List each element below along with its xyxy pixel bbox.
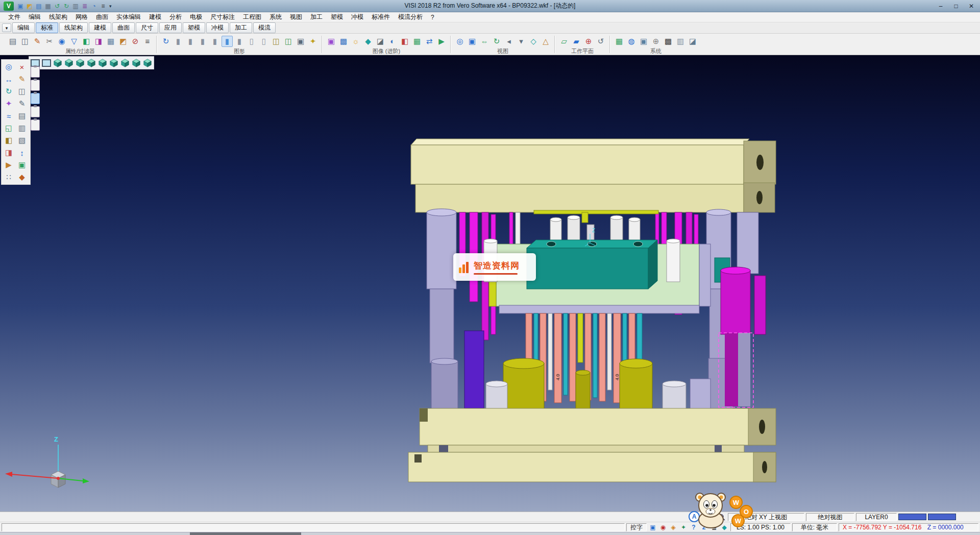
- minimize-button[interactable]: –: [933, 1, 948, 11]
- filter-settings-icon[interactable]: ≡: [142, 36, 153, 47]
- qa-info-icon[interactable]: ◔: [90, 2, 98, 10]
- rail-rotate-icon[interactable]: ↻: [3, 86, 14, 97]
- menu-analysis[interactable]: 分析: [165, 13, 186, 21]
- preview-icon[interactable]: ◫: [19, 36, 31, 47]
- texture-icon[interactable]: ▩: [338, 36, 349, 47]
- rail-erase-icon[interactable]: ×: [16, 61, 28, 72]
- rail-zoom-icon[interactable]: ◎: [3, 61, 14, 72]
- rail-pencil-icon[interactable]: ✎: [16, 74, 28, 85]
- iso-view-icon[interactable]: ◇: [528, 36, 539, 47]
- tab-machining[interactable]: 加工: [230, 22, 252, 33]
- message-field[interactable]: [2, 523, 625, 531]
- tab-dimension[interactable]: 尺寸: [136, 22, 158, 33]
- rail-move-icon[interactable]: ↔: [3, 74, 14, 85]
- world-icon[interactable]: ◍: [626, 36, 637, 47]
- color-filter-icon[interactable]: ◧: [81, 36, 92, 47]
- workplane-reset-icon[interactable]: ↺: [595, 36, 606, 47]
- menu-surface[interactable]: 曲面: [92, 13, 112, 21]
- view-top-icon[interactable]: [64, 58, 74, 68]
- menu-stamping[interactable]: 冲模: [347, 13, 368, 21]
- qa-redo-icon[interactable]: ↻: [62, 2, 70, 10]
- view-right-icon[interactable]: [86, 58, 96, 68]
- rail-hatch-icon[interactable]: ▧: [16, 135, 28, 146]
- view-back-icon[interactable]: [109, 58, 119, 68]
- shade-mode-2-icon[interactable]: ▮: [185, 36, 196, 47]
- pan-icon[interactable]: ⇔: [479, 36, 490, 47]
- qa-grid-icon[interactable]: ▥: [71, 2, 80, 10]
- snap-settings-icon[interactable]: ▦: [614, 36, 625, 47]
- view-iso-icon[interactable]: [131, 58, 141, 68]
- rail-attrs-icon[interactable]: ◧: [3, 135, 14, 146]
- menu-help[interactable]: ?: [427, 14, 438, 21]
- qa-layers-icon[interactable]: ≣: [81, 2, 89, 10]
- section-view-icon[interactable]: ◧: [399, 36, 410, 47]
- previous-view-icon[interactable]: ◂: [503, 36, 514, 47]
- rail-play-icon[interactable]: ▶: [3, 159, 14, 171]
- print-icon[interactable]: ▤: [7, 36, 18, 47]
- clipboard-slot-1-icon[interactable]: [31, 66, 40, 78]
- menu-machining[interactable]: 加工: [306, 13, 327, 21]
- zoom-fit-icon[interactable]: ◎: [454, 36, 465, 47]
- zoom-window-icon[interactable]: ▣: [467, 36, 478, 47]
- clipboard-slot-4-icon[interactable]: [31, 106, 40, 117]
- magnet-filter-icon[interactable]: ◉: [56, 36, 67, 47]
- qa-save-icon[interactable]: ▤: [35, 2, 43, 10]
- named-view-icon[interactable]: ▾: [516, 36, 527, 47]
- view-mode-field[interactable]: 绝对视图: [806, 513, 854, 521]
- rail-sketch-icon[interactable]: ✎: [16, 98, 28, 109]
- rail-measure-icon[interactable]: ↕: [16, 147, 28, 158]
- layer-color-swatch[interactable]: [898, 514, 926, 520]
- tab-modeling[interactable]: 建模: [89, 22, 111, 33]
- menu-electrode[interactable]: 电极: [186, 13, 206, 21]
- menu-solid-edit[interactable]: 实体编辑: [112, 13, 145, 21]
- workplane-align-icon[interactable]: ▰: [571, 36, 582, 47]
- menu-standard-parts[interactable]: 标准件: [368, 13, 394, 21]
- menu-mold[interactable]: 塑模: [327, 13, 347, 21]
- rail-magic-icon[interactable]: ✦: [3, 98, 14, 109]
- redraw-icon[interactable]: ✦: [307, 36, 318, 47]
- workplane-origin-icon[interactable]: ⊕: [583, 36, 594, 47]
- dynamic-view-icon[interactable]: △: [540, 36, 551, 47]
- tab-edit[interactable]: 编辑: [12, 22, 35, 33]
- scrollbar-thumb[interactable]: [190, 532, 301, 535]
- attr-copy-icon[interactable]: ✂: [44, 36, 55, 47]
- layer-filter-icon[interactable]: ◨: [93, 36, 104, 47]
- menu-drawing[interactable]: 工程图: [239, 13, 265, 21]
- shade-mode-7-icon[interactable]: ▯: [246, 36, 257, 47]
- menu-modeling[interactable]: 建模: [145, 13, 165, 21]
- menu-mesh[interactable]: 网格: [71, 13, 92, 21]
- lighting-icon[interactable]: ☼: [350, 36, 361, 47]
- rail-sheet-icon[interactable]: ▤: [16, 110, 28, 121]
- menu-view[interactable]: 视图: [286, 13, 306, 21]
- macro-icon[interactable]: ▩: [663, 36, 674, 47]
- rail-group-icon[interactable]: ◱: [3, 123, 14, 134]
- pen-color-swatch[interactable]: [928, 514, 956, 520]
- clipboard-slot-3-icon[interactable]: [31, 93, 40, 104]
- tab-application[interactable]: 应用: [159, 22, 182, 33]
- shadow-icon[interactable]: ◪: [375, 36, 386, 47]
- shade-mode-1-icon[interactable]: ▮: [173, 36, 184, 47]
- attr-brush-icon[interactable]: ✎: [32, 36, 43, 47]
- tab-stamping[interactable]: 冲模: [206, 22, 229, 33]
- regen-icon[interactable]: ↻: [160, 36, 172, 47]
- menu-dimension[interactable]: 尺寸标注: [206, 13, 239, 21]
- menu-system[interactable]: 系统: [265, 13, 286, 21]
- hide-element-icon[interactable]: ◫: [271, 36, 282, 47]
- rail-snapshot-icon[interactable]: ▣: [16, 159, 28, 171]
- menu-edit[interactable]: 编辑: [24, 13, 45, 21]
- rail-mirror-icon[interactable]: ◫: [16, 86, 28, 97]
- status-snap-icon[interactable]: ◈: [669, 523, 678, 531]
- rail-array-icon[interactable]: ∷: [3, 172, 14, 183]
- database-icon[interactable]: ▥: [675, 36, 686, 47]
- qa-print-icon[interactable]: ▦: [44, 2, 52, 10]
- rail-layers-icon[interactable]: ▥: [16, 123, 28, 134]
- view-rotate-icon[interactable]: [142, 58, 153, 68]
- rail-trim-icon[interactable]: ◨: [3, 147, 14, 158]
- animate-icon[interactable]: ▶: [436, 36, 447, 47]
- show-element-icon[interactable]: ◫: [283, 36, 294, 47]
- calculator-icon[interactable]: ⊕: [650, 36, 662, 47]
- tab-dropdown-icon[interactable]: ▾: [2, 23, 11, 32]
- qa-undo-icon[interactable]: ↺: [53, 2, 61, 10]
- clipboard-slot-5-icon[interactable]: [31, 119, 40, 131]
- funnel-filter-icon[interactable]: ▽: [68, 36, 80, 47]
